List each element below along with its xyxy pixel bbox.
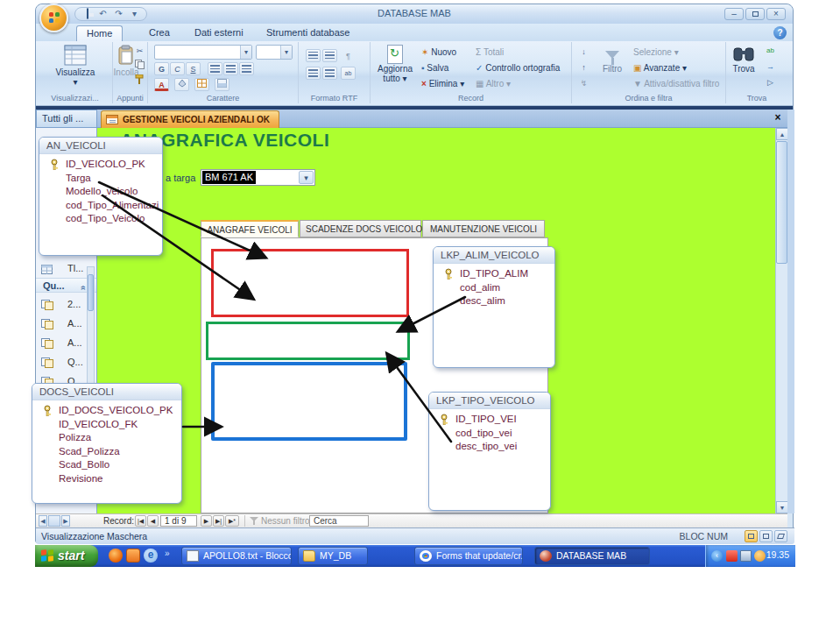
- task-browser-forms[interactable]: Forms that update/cr...: [414, 547, 523, 565]
- document-tab[interactable]: GESTIONE VEICOLI AZIENDALI OK: [101, 110, 279, 128]
- new-record-button[interactable]: ▶*: [225, 515, 239, 527]
- next-record-button[interactable]: ▶: [201, 515, 212, 527]
- toggle-filter-button[interactable]: ▼ Attiva/disattiva filtro: [633, 77, 719, 91]
- highlight-button[interactable]: ab: [341, 67, 356, 80]
- field-row[interactable]: cod_Tipo_Alimentazi: [39, 199, 162, 213]
- align-center-button[interactable]: [223, 62, 238, 75]
- task-notepad[interactable]: APOLLO8.txt - Blocco...: [181, 547, 292, 565]
- field-list-title[interactable]: LKP_TIPO_VEICOLO: [429, 393, 550, 409]
- scroll-up-button[interactable]: ▲: [776, 128, 788, 140]
- navigation-pane-scrollbar[interactable]: [87, 266, 95, 398]
- filter-button[interactable]: Filtro: [596, 47, 628, 74]
- antivirus-tray-icon[interactable]: [726, 550, 738, 562]
- field-row[interactable]: Polizza: [32, 431, 181, 445]
- numbered-list-button[interactable]: [306, 67, 321, 80]
- fill-color-button[interactable]: [174, 78, 189, 91]
- hscroll-thumb[interactable]: [48, 515, 60, 527]
- refresh-all-button[interactable]: ↻ Aggiorna tutto ▾: [375, 45, 415, 83]
- field-list-title[interactable]: AN_VEICOLI: [39, 138, 162, 154]
- view-button[interactable]: Visualizza ▾: [53, 45, 98, 87]
- field-row[interactable]: cod_Tipo_Veicolo: [39, 212, 162, 226]
- align-right-button[interactable]: [239, 62, 254, 75]
- field-row[interactable]: Modello_veicolo: [39, 185, 162, 199]
- copy-button[interactable]: [132, 59, 147, 72]
- hide-tray-icons-button[interactable]: ‹: [711, 550, 723, 562]
- tab-scadenze-docs-veicolo[interactable]: SCADENZE DOCS VEICOLO: [300, 220, 421, 237]
- field-row[interactable]: cod_tipo_vei: [429, 427, 550, 441]
- tab-anagrafe-veicoli[interactable]: ANAGRAFE VEICOLI: [201, 220, 299, 237]
- alternate-fill-button[interactable]: [215, 78, 229, 91]
- sort-ascending-button[interactable]: ↓: [576, 45, 591, 58]
- paragraph-marks-button[interactable]: ¶: [341, 49, 356, 62]
- delete-record-button[interactable]: × Elimina ▾: [421, 77, 464, 91]
- field-row[interactable]: ID_TIPO_ALIM: [434, 267, 554, 281]
- internet-explorer-icon[interactable]: e: [144, 549, 158, 563]
- hscroll-right-button[interactable]: ▶: [61, 515, 70, 527]
- restore-button[interactable]: [745, 8, 765, 20]
- search-input[interactable]: Cerca: [309, 515, 369, 527]
- record-position[interactable]: 1 di 9: [160, 515, 197, 527]
- select-button[interactable]: ▷: [763, 75, 778, 88]
- font-size-combo[interactable]: ▾: [256, 45, 293, 60]
- clear-sort-button[interactable]: ↯: [576, 76, 591, 89]
- dropdown-icon[interactable]: ▾: [280, 46, 292, 59]
- task-folder-mydb[interactable]: MY_DB: [298, 547, 368, 565]
- last-record-button[interactable]: ▶|: [213, 515, 224, 527]
- firefox-icon[interactable]: [109, 549, 123, 563]
- tab-dati-esterni[interactable]: Dati esterni: [185, 25, 253, 41]
- quick-launch-expand[interactable]: »: [165, 549, 170, 558]
- dropdown-icon[interactable]: ▾: [240, 46, 251, 59]
- datasheet-view-button[interactable]: [759, 530, 773, 542]
- field-row[interactable]: ID_VEICOLO_PK: [39, 158, 162, 172]
- scroll-down-button[interactable]: ▼: [776, 501, 788, 513]
- new-record-button[interactable]: ✶ Nuovo: [421, 46, 456, 60]
- bulleted-list-button[interactable]: [322, 67, 337, 80]
- close-button[interactable]: ×: [766, 8, 786, 20]
- field-row[interactable]: cod_alim: [434, 281, 554, 295]
- navigation-pane-header[interactable]: Tutti gli ...: [36, 110, 97, 128]
- office-button[interactable]: [39, 4, 68, 32]
- previous-record-button[interactable]: ◀: [147, 515, 159, 527]
- volume-tray-icon[interactable]: [754, 550, 766, 562]
- field-row[interactable]: Targa: [39, 172, 162, 186]
- tab-strumenti-database[interactable]: Strumenti database: [257, 25, 359, 41]
- field-row[interactable]: ID_VEICOLO_FK: [32, 418, 181, 432]
- italic-button[interactable]: C: [170, 62, 185, 75]
- goto-button[interactable]: →: [763, 60, 778, 73]
- field-list-title[interactable]: DOCS_VEICOLI: [32, 384, 181, 400]
- help-button[interactable]: ?: [773, 26, 787, 39]
- save-record-button[interactable]: ▪ Salva: [421, 61, 448, 75]
- minimize-button[interactable]: –: [724, 8, 744, 20]
- network-tray-icon[interactable]: [740, 550, 752, 562]
- field-row[interactable]: ID_TIPO_VEI: [429, 413, 550, 427]
- field-row[interactable]: desc_alim: [434, 294, 554, 308]
- increase-indent-button[interactable]: [322, 49, 337, 62]
- tab-manutenzione-veicoli[interactable]: MANUTENZIONE VEICOLI: [422, 220, 545, 237]
- scrollbar-thumb[interactable]: [88, 274, 94, 311]
- field-list-title[interactable]: LKP_ALIM_VEICOLO: [434, 247, 554, 264]
- plate-selector-combo[interactable]: BM 671 AK ▾: [201, 169, 315, 186]
- advanced-filter-button[interactable]: ▣ Avanzate ▾: [633, 61, 687, 75]
- cut-button[interactable]: ✂: [132, 44, 147, 57]
- sort-descending-button[interactable]: ↑: [576, 60, 591, 74]
- field-row[interactable]: Scad_Polizza: [32, 445, 181, 459]
- design-view-button[interactable]: [774, 530, 787, 542]
- bold-button[interactable]: G: [154, 62, 169, 75]
- tab-crea[interactable]: Crea: [139, 25, 180, 41]
- mail-icon[interactable]: [126, 549, 140, 563]
- font-color-button[interactable]: A: [154, 78, 169, 91]
- tab-home[interactable]: Home: [76, 25, 123, 41]
- align-left-button[interactable]: [208, 62, 222, 75]
- decrease-indent-button[interactable]: [306, 49, 321, 62]
- gridlines-button[interactable]: [194, 78, 209, 91]
- first-record-button[interactable]: |◀: [135, 515, 146, 527]
- start-button[interactable]: start: [35, 545, 98, 567]
- selection-filter-button[interactable]: Selezione ▾: [633, 46, 679, 60]
- spelling-button[interactable]: ✓ Controllo ortografia: [476, 61, 560, 75]
- replace-button[interactable]: ab: [763, 44, 778, 57]
- format-painter-button[interactable]: [132, 74, 147, 87]
- find-button[interactable]: Trova: [726, 45, 761, 74]
- field-row[interactable]: desc_tipo_vei: [429, 440, 550, 454]
- more-button[interactable]: ▦ Altro ▾: [476, 77, 511, 91]
- task-database-mab[interactable]: DATABASE MAB: [534, 547, 650, 565]
